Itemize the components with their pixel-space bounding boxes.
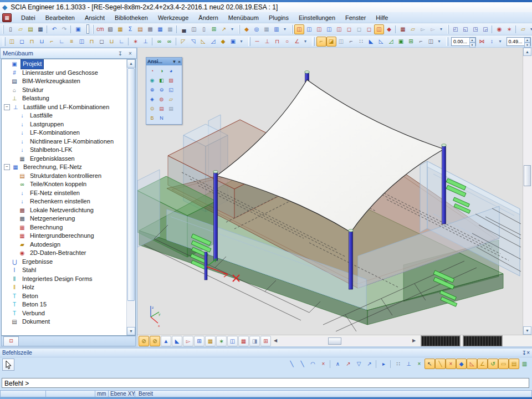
menu-item-menübaum[interactable]: Menübaum [223, 13, 264, 22]
spin-down-icon[interactable]: ▼ [469, 43, 475, 48]
ortho-mode-icon[interactable]: ⊥ [403, 359, 414, 369]
snap-line-icon[interactable]: ╲ [435, 359, 446, 369]
line-icon[interactable]: ─ [252, 37, 262, 47]
free-load-icon[interactable]: ◻ [344, 24, 354, 34]
view-x-icon[interactable]: ◔ [148, 67, 156, 75]
render-mode-icon[interactable]: ◧ [157, 76, 166, 85]
viewport-vscrollbar[interactable]: ▲ ▼ [523, 48, 532, 335]
open-project-icon[interactable]: ▱ [16, 24, 25, 34]
menu-item-fenster[interactable]: Fenster [340, 13, 371, 22]
supports-display-icon[interactable]: ⊞ [194, 336, 204, 346]
toolbar-grip[interactable] [3, 25, 4, 34]
tree-item-lastfälle-und-lf-kombinationen[interactable]: −⊥Lastfälle und LF-Kombinationen [2, 103, 126, 112]
redraw-eye-icon[interactable]: ◉ [494, 24, 504, 34]
wall-icon[interactable]: ◫ [77, 37, 87, 47]
load-case-1-icon[interactable]: ◫ [294, 24, 304, 34]
tree-item-dokument[interactable]: ▤Dokument [2, 318, 126, 326]
snap-point-icon[interactable]: ⊞ [406, 37, 416, 47]
arbitrary-beam-icon[interactable]: ∟ [57, 37, 67, 47]
beam-icon[interactable]: ◻ [17, 37, 27, 47]
tree-item-projekt[interactable]: ▣Projekt [2, 60, 126, 69]
column-icon[interactable]: ⊓ [27, 37, 37, 47]
snap-mid-icon[interactable]: ◆ [456, 359, 467, 369]
pin-icon[interactable]: ↧ [116, 50, 124, 57]
statusbar-units[interactable]: mm [95, 390, 109, 397]
scroll-up-icon[interactable]: ▲ [523, 48, 531, 56]
intersection-icon[interactable]: ∟ [117, 37, 127, 47]
tree-item-fe-netz-einstellen[interactable]: ↓FE-Netz einstellen [2, 189, 126, 198]
snap-ortho-icon[interactable]: ◺ [467, 359, 477, 369]
scroll-down-icon[interactable]: ▼ [523, 326, 531, 335]
subregion-icon[interactable]: ⊔ [107, 37, 117, 47]
zoom-out-icon[interactable]: ⊖ [157, 86, 166, 94]
tree-item-rechenkern-einstellen[interactable]: ↓Rechenkern einstellen [2, 197, 126, 206]
tracking-clear-icon[interactable]: × [414, 359, 424, 369]
rotate-icon[interactable]: ◹ [188, 37, 198, 47]
menu-item-einstellungen[interactable]: Einstellungen [294, 13, 340, 22]
scale-spinner[interactable]: ▲▼ [524, 38, 530, 45]
draw-line-icon[interactable]: ╲ [287, 359, 297, 369]
overflow-icon[interactable]: ▾ [436, 37, 443, 47]
document-icon[interactable]: ▯ [199, 24, 209, 34]
snap-midpoint-icon[interactable]: ◪ [326, 37, 336, 47]
labels-display-icon[interactable]: ▦ [205, 336, 216, 346]
swap-attributes-icon[interactable]: ◲ [480, 24, 490, 34]
tree-item-autodesign[interactable]: ▰Autodesign [2, 241, 126, 249]
snap-orthogonal-icon[interactable]: ⌐ [346, 37, 356, 47]
overflow-icon[interactable]: ▾ [238, 37, 245, 47]
menu-tree-tab[interactable]: ⊡ [3, 336, 19, 346]
snap-table-icon[interactable]: ▤ [509, 359, 519, 369]
project-combobox[interactable]: RE-Segel-8x8m-2x2 ▼ [86, 24, 89, 34]
tree-collapse-icon[interactable]: − [4, 104, 10, 110]
polyline-icon[interactable]: ⊥ [262, 37, 272, 47]
wireframe-toggle-icon[interactable]: ⊘ [139, 336, 149, 346]
tree-item-belastung[interactable]: ⊥Belastung [2, 94, 126, 103]
overflow-icon[interactable]: ▾ [229, 24, 236, 34]
viewport-hscrollbar[interactable] [279, 337, 410, 345]
view-z-icon[interactable]: ◕ [167, 67, 175, 75]
screenshot-icon[interactable]: ▤ [157, 105, 166, 113]
vertex-move-icon[interactable]: ↗ [343, 359, 354, 369]
scroll-up-icon[interactable]: ▲ [127, 59, 135, 68]
snap-list-icon[interactable]: ▥ [519, 359, 530, 369]
model-data-icon[interactable]: ◫ [227, 336, 238, 346]
menu-item-bibliotheken[interactable]: Bibliotheken [110, 13, 153, 22]
statusbar-plane[interactable]: Ebene XY [109, 390, 135, 397]
delete-icon[interactable]: × [318, 359, 329, 369]
close-icon[interactable]: × [126, 50, 134, 57]
dot-grid-snap-icon[interactable]: ∷ [393, 359, 403, 369]
pair-nodes-1-icon[interactable]: ∞ [155, 37, 165, 47]
snap-rotate-icon[interactable]: ↺ [488, 359, 498, 369]
tree-item-struktur[interactable]: ⌂Struktur [2, 86, 126, 95]
open-folder-icon[interactable]: ▱ [518, 24, 528, 34]
thermal-load-icon[interactable]: ◆ [384, 24, 394, 34]
tree-item-nichtlineare-lf-kombinationen[interactable]: ↓Nichtlineare LF-Kombinationen [2, 137, 126, 146]
spin-up-icon[interactable]: ▲ [469, 38, 475, 43]
menu-item-hilfe[interactable]: Hilfe [371, 13, 393, 22]
scroll-down-icon[interactable]: ▼ [127, 327, 135, 335]
toolbar-grip[interactable] [446, 37, 449, 46]
scroll-right-icon[interactable]: ▶ [410, 337, 418, 345]
calculator-icon[interactable]: ▦ [115, 24, 125, 34]
snap-perpendicular-icon[interactable]: ◺ [376, 37, 386, 47]
undo-icon[interactable]: ↶ [49, 24, 59, 34]
add-picture-icon[interactable]: ⊞ [209, 24, 219, 34]
toolbar-grip[interactable] [448, 25, 449, 34]
draw-polyline-icon[interactable]: ╲ [297, 359, 308, 369]
array-icon[interactable]: ▣ [228, 37, 238, 47]
clipboard-icon[interactable]: ▤ [135, 24, 145, 34]
copy-attributes-icon[interactable]: ◱ [461, 24, 470, 34]
light-icon[interactable]: ⊙ [148, 105, 156, 113]
toolbar-grip[interactable] [312, 37, 315, 46]
tree-item-ergebnisklassen[interactable]: ▦Ergebnisklassen [2, 155, 126, 163]
view-palette-header[interactable]: Ansi... ▼ × [146, 58, 182, 65]
tree-item-beton-15[interactable]: TBeton 15 [2, 300, 126, 309]
snap-arc-icon[interactable]: ◿ [386, 37, 396, 47]
perspective-depth-control[interactable] [421, 336, 460, 346]
snap-angle-icon[interactable]: ∠ [477, 359, 488, 369]
tree-scrollbar[interactable]: ▲ ▼ [126, 59, 135, 335]
scale-field[interactable]: 0.49... ▲▼ [507, 37, 531, 46]
menu-item-bearbeiten[interactable]: Bearbeiten [40, 13, 80, 22]
view-perspective-icon[interactable]: ▨ [167, 76, 175, 85]
command-input[interactable]: Befehl > [2, 378, 529, 388]
